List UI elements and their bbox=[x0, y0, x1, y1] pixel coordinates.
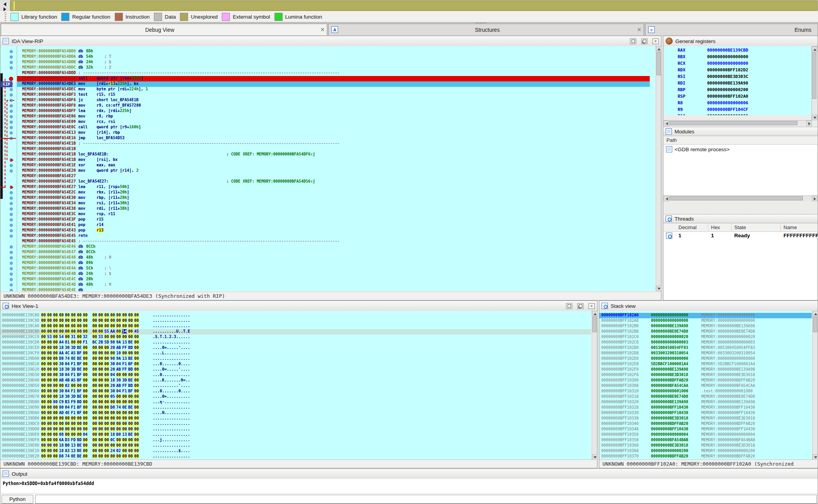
hex-byte[interactable]: 00 bbox=[98, 421, 103, 426]
hex-byte[interactable]: 18 bbox=[59, 345, 64, 350]
hex-byte[interactable]: 00 bbox=[134, 443, 139, 447]
registers-horizontal-scrollbar[interactable] bbox=[664, 120, 812, 126]
hex-byte[interactable]: F1 bbox=[71, 411, 76, 415]
hex-byte[interactable]: 00 bbox=[41, 405, 46, 409]
disasm-line[interactable]: MEMORY:00000000BFA54E41popr14 bbox=[17, 223, 650, 228]
disasm-line[interactable]: MEMORY:00000000BFA54E48db48h; H bbox=[17, 255, 650, 261]
disassembly-vertical-scrollbar[interactable] bbox=[656, 46, 661, 291]
hex-byte[interactable]: 00 bbox=[47, 389, 52, 393]
hex-byte[interactable]: 00 bbox=[116, 394, 121, 399]
hex-byte[interactable]: 04 bbox=[116, 389, 121, 393]
hex-byte[interactable]: 00 bbox=[65, 324, 70, 328]
hex-byte[interactable]: 00 bbox=[47, 373, 52, 377]
instruction-dot[interactable] bbox=[10, 164, 13, 167]
hex-byte[interactable]: BF bbox=[77, 351, 81, 355]
hex-byte[interactable]: BE bbox=[128, 356, 133, 361]
hex-byte[interactable]: 18 bbox=[59, 367, 64, 371]
disasm-line[interactable]: MEMORY:00000000BFA54E09movrcx, rsi bbox=[17, 119, 650, 125]
register-row[interactable]: R100000000000000000 bbox=[664, 114, 812, 115]
rip-breakpoint-dot[interactable] bbox=[9, 77, 13, 81]
hex-byte[interactable]: 00 bbox=[134, 373, 139, 377]
hex-byte[interactable]: 00 bbox=[134, 367, 139, 371]
hex-byte[interactable]: D8 bbox=[59, 454, 64, 458]
hex-byte[interactable]: 00 bbox=[104, 345, 109, 350]
tab-debug-view-close-icon[interactable]: ✕ bbox=[318, 27, 327, 33]
hex-byte[interactable]: 00 bbox=[122, 438, 127, 442]
hex-byte[interactable]: F1 bbox=[122, 362, 127, 366]
hex-byte[interactable]: 00 bbox=[98, 416, 103, 420]
hex-byte[interactable]: 00 bbox=[128, 416, 133, 420]
disasm-line[interactable]: MEMORY:00000000BFA54DDD; ---------------… bbox=[17, 71, 650, 76]
instruction-dot[interactable] bbox=[10, 262, 13, 265]
stack-value[interactable]: 00000000BE3D3018 bbox=[651, 443, 688, 447]
hex-byte[interactable]: 00 bbox=[122, 373, 127, 377]
hex-byte[interactable]: 00 bbox=[128, 329, 133, 333]
hex-byte[interactable]: 00 bbox=[92, 449, 97, 453]
hex-byte[interactable]: 00 bbox=[65, 427, 70, 431]
hex-byte[interactable]: BE bbox=[128, 405, 133, 409]
hex-byte[interactable]: 00 bbox=[59, 318, 64, 323]
hex-byte[interactable]: 00 bbox=[83, 427, 88, 431]
hex-byte[interactable]: 30 bbox=[59, 389, 64, 393]
hex-byte[interactable]: 5D bbox=[104, 340, 109, 344]
disasm-line[interactable]: MEMORY:00000000BFA54E43popr13 bbox=[17, 228, 650, 233]
hex-byte[interactable]: 00 bbox=[77, 416, 81, 420]
hex-byte[interactable]: B3 bbox=[65, 400, 70, 404]
instruction-dot[interactable] bbox=[10, 218, 13, 221]
register-value[interactable]: 00000000BFF104CF bbox=[707, 107, 748, 112]
hex-byte[interactable]: 6A bbox=[59, 438, 64, 442]
instruction-dot[interactable] bbox=[10, 66, 13, 69]
hex-byte[interactable]: 00 bbox=[41, 340, 46, 344]
hex-byte[interactable]: 00 bbox=[83, 389, 88, 393]
register-row[interactable]: RAX00000000BE139CBD bbox=[664, 48, 812, 54]
threads-titlebar[interactable]: Threads bbox=[663, 214, 818, 223]
hex-byte[interactable]: 00 bbox=[128, 449, 133, 453]
hex-byte[interactable]: 00 bbox=[92, 318, 97, 323]
hex-byte[interactable]: FF bbox=[122, 345, 127, 350]
hex-byte[interactable]: 00 bbox=[98, 324, 103, 328]
hex-byte[interactable]: 00 bbox=[134, 335, 139, 339]
hex-byte[interactable]: 00 bbox=[104, 421, 109, 426]
register-row[interactable]: RCX0000000000000000 bbox=[664, 61, 812, 67]
hex-byte[interactable]: 00 bbox=[83, 367, 88, 371]
hex-byte[interactable]: 00 bbox=[77, 318, 81, 323]
hex-byte[interactable]: FF bbox=[122, 367, 127, 371]
hex-byte[interactable]: 00 bbox=[83, 324, 88, 328]
hex-byte[interactable]: 00 bbox=[110, 324, 115, 328]
hex-byte[interactable]: 00 bbox=[83, 438, 88, 442]
stack-value[interactable]: 5D2BBCF1000081A4 bbox=[651, 362, 688, 366]
hex-byte[interactable]: 74 bbox=[65, 454, 70, 458]
register-value[interactable]: 00000000BE139A98 bbox=[707, 81, 748, 86]
hex-byte[interactable]: 80 bbox=[59, 405, 64, 409]
stack-row[interactable]: 00000000BFF103100000000000001000.text:00… bbox=[599, 389, 812, 394]
hex-byte[interactable]: 00 bbox=[104, 324, 109, 328]
hex-byte[interactable]: 00 bbox=[53, 405, 58, 409]
hex-byte[interactable]: 3D bbox=[71, 394, 76, 399]
modules-titlebar[interactable]: Modules bbox=[663, 127, 818, 136]
hex-byte[interactable]: 00 bbox=[47, 329, 52, 333]
hex-byte[interactable]: 02 bbox=[65, 383, 70, 388]
hex-byte[interactable]: 00 bbox=[122, 394, 127, 399]
hex-byte[interactable]: 00 bbox=[53, 454, 58, 458]
disasm-line[interactable]: MEMORY:00000000BFA54E4Cdb20h bbox=[17, 277, 650, 282]
hex-row[interactable]: 00000000BE139CF0000000AA4CA5BF0000000000… bbox=[0, 351, 591, 356]
register-row[interactable]: R900000000BFF104CF bbox=[664, 107, 812, 114]
hex-byte[interactable]: 00 bbox=[134, 313, 139, 317]
hex-byte[interactable]: 18 bbox=[59, 394, 64, 399]
hex-byte[interactable]: 00 bbox=[53, 313, 58, 317]
hex-byte[interactable]: 00 bbox=[53, 416, 58, 420]
hex-row[interactable]: 00000000BE139DA0000000AD4EF1BF0000000000… bbox=[0, 411, 591, 416]
instruction-dot[interactable] bbox=[10, 267, 13, 270]
hex-byte[interactable]: 00 bbox=[122, 443, 127, 447]
hex-row[interactable]: 00000000BE139CE000000018303DBE0000000020… bbox=[0, 345, 591, 351]
hex-byte[interactable]: 00 bbox=[65, 335, 70, 339]
hex-row[interactable]: 00000000BE139D00000000D8740EBE0000000098… bbox=[0, 356, 591, 362]
disasm-line[interactable]: MEMORY:00000000BFA54DDCdb32h; 2 bbox=[17, 65, 650, 71]
hex-byte[interactable]: 00 bbox=[83, 351, 88, 355]
python-command-input[interactable] bbox=[35, 495, 817, 504]
hex-byte[interactable]: B0 bbox=[65, 443, 70, 447]
hex-byte[interactable]: D8 bbox=[110, 405, 115, 409]
hex-byte[interactable]: 00 bbox=[98, 394, 103, 399]
disasm-line[interactable]: MEMORY:00000000BFA54E4Ddb48h; H bbox=[17, 282, 650, 288]
hex-byte[interactable]: 00 bbox=[53, 335, 58, 339]
